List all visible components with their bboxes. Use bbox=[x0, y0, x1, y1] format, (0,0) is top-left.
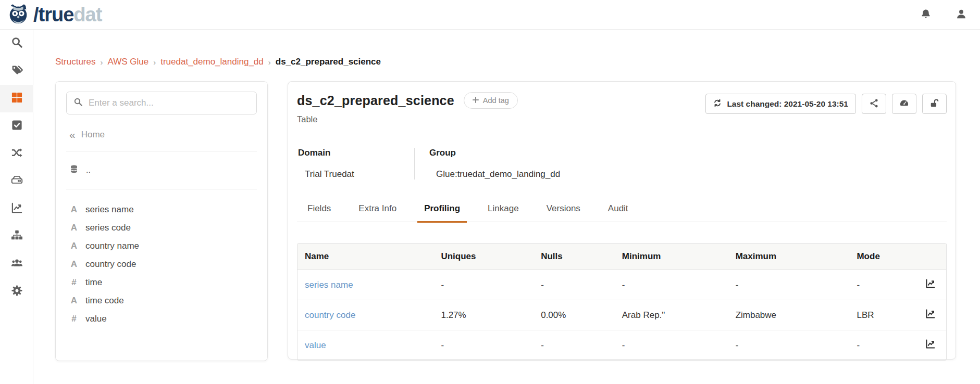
sitemap-icon bbox=[11, 229, 23, 244]
string-type-icon: A bbox=[69, 241, 79, 251]
search-box bbox=[66, 92, 257, 114]
table-header-row: Name Uniques Nulls Minimum Maximum Mode bbox=[297, 244, 946, 270]
cell-minimum: - bbox=[615, 330, 728, 361]
tab-fields[interactable]: Fields bbox=[306, 203, 332, 222]
tags-icon bbox=[11, 64, 23, 78]
breadcrumb-link-aws-glue[interactable]: AWS Glue bbox=[107, 57, 148, 67]
column-header-actions bbox=[917, 244, 946, 270]
profile-chart-icon[interactable] bbox=[925, 281, 936, 291]
notifications-button[interactable] bbox=[919, 7, 933, 22]
breadcrumb-separator: › bbox=[268, 58, 271, 67]
app-logo[interactable]: /truedat bbox=[6, 2, 102, 28]
structure-detail-panel: ds_c2_prepared_science Add tag Table bbox=[288, 81, 956, 360]
sidebar-item-settings[interactable] bbox=[0, 278, 33, 305]
divider bbox=[66, 189, 257, 189]
cell-mode: - bbox=[849, 270, 916, 300]
profile-chart-icon[interactable] bbox=[925, 311, 936, 321]
parent-structure-item[interactable]: .. bbox=[69, 164, 257, 176]
number-type-icon: # bbox=[69, 277, 79, 288]
tab-extra-info[interactable]: Extra Info bbox=[357, 203, 398, 222]
sidebar-item-rules[interactable] bbox=[0, 112, 33, 140]
home-nav-item[interactable]: « Home bbox=[69, 129, 257, 140]
cell-maximum: - bbox=[728, 270, 850, 300]
detail-tabs: Fields Extra Info Profiling Linkage Vers… bbox=[297, 203, 947, 222]
server-icon bbox=[11, 174, 23, 188]
content-area: Structures › AWS Glue › truedat_demo_lan… bbox=[33, 30, 980, 384]
tab-audit[interactable]: Audit bbox=[606, 203, 630, 222]
cell-mode: LBR bbox=[849, 300, 916, 330]
search-input[interactable] bbox=[89, 98, 250, 108]
breadcrumb-link-group[interactable]: truedat_demo_landing_dd bbox=[160, 57, 264, 67]
cell-maximum: Zimbabwe bbox=[728, 300, 850, 330]
home-label: Home bbox=[81, 130, 105, 140]
quality-dashboard-button[interactable] bbox=[892, 94, 916, 114]
sidebar-item-taxonomy[interactable] bbox=[0, 223, 33, 250]
group-value: Glue:truedat_demo_landing_dd bbox=[436, 169, 560, 180]
field-label: time code bbox=[85, 296, 124, 306]
add-tag-button[interactable]: Add tag bbox=[464, 92, 518, 109]
user-icon bbox=[956, 8, 967, 21]
field-label: value bbox=[85, 314, 107, 324]
field-link[interactable]: value bbox=[305, 340, 326, 350]
table-row: country code 1.27% 0.00% Arab Rep." Zimb… bbox=[297, 300, 946, 330]
tab-linkage[interactable]: Linkage bbox=[486, 203, 520, 222]
field-item-series-code[interactable]: A series code bbox=[66, 219, 257, 237]
column-header-mode: Mode bbox=[849, 244, 916, 270]
last-changed-button[interactable]: Last changed: 2021-05-20 13:51 bbox=[705, 94, 856, 114]
field-link[interactable]: series name bbox=[305, 280, 353, 290]
column-header-maximum: Maximum bbox=[728, 244, 850, 270]
field-item-time-code[interactable]: A time code bbox=[66, 291, 257, 310]
cell-uniques: - bbox=[433, 330, 534, 361]
bell-icon bbox=[920, 8, 932, 21]
structure-type-label: Table bbox=[297, 114, 518, 124]
field-item-country-name[interactable]: A country name bbox=[66, 237, 257, 255]
sidebar-item-tags[interactable] bbox=[0, 57, 33, 85]
dashboard-icon bbox=[899, 98, 909, 110]
field-label: series name bbox=[85, 204, 134, 215]
cell-nulls: - bbox=[534, 330, 615, 361]
profile-chart-icon[interactable] bbox=[925, 341, 936, 351]
sidebar-item-structures[interactable] bbox=[0, 85, 33, 112]
string-type-icon: A bbox=[69, 259, 79, 270]
chart-line-icon bbox=[11, 202, 23, 216]
cell-uniques: - bbox=[433, 270, 534, 300]
sidebar-item-search[interactable] bbox=[0, 30, 33, 57]
column-header-name: Name bbox=[297, 244, 433, 270]
sidebar-item-users[interactable] bbox=[0, 250, 33, 278]
field-item-time[interactable]: # time bbox=[66, 273, 257, 291]
cell-nulls: - bbox=[534, 270, 615, 300]
user-menu-button[interactable] bbox=[954, 7, 969, 22]
field-label: series code bbox=[85, 223, 131, 233]
string-type-icon: A bbox=[69, 296, 79, 306]
plus-icon bbox=[473, 96, 479, 105]
share-button[interactable] bbox=[862, 94, 886, 114]
field-list: A series name A series code A country na… bbox=[66, 200, 257, 328]
field-item-series-name[interactable]: A series name bbox=[66, 200, 257, 219]
divider bbox=[66, 151, 257, 151]
field-link[interactable]: country code bbox=[305, 310, 355, 320]
parent-structure-label: .. bbox=[86, 165, 91, 175]
string-type-icon: A bbox=[69, 204, 79, 215]
permissions-button[interactable] bbox=[922, 94, 947, 114]
sidebar-item-systems[interactable] bbox=[0, 168, 33, 195]
domain-group-section: Domain Trial Truedat Group Glue:truedat_… bbox=[298, 148, 947, 180]
breadcrumb-separator: › bbox=[153, 58, 156, 67]
field-item-country-code[interactable]: A country code bbox=[66, 255, 257, 273]
unlock-icon bbox=[929, 98, 939, 110]
field-label: country code bbox=[85, 259, 136, 270]
refresh-icon bbox=[713, 99, 722, 109]
tab-versions[interactable]: Versions bbox=[545, 203, 582, 222]
grid-icon bbox=[11, 92, 23, 106]
share-icon bbox=[869, 98, 879, 110]
search-icon bbox=[11, 36, 23, 50]
sidebar-item-dashboards[interactable] bbox=[0, 195, 33, 223]
sidebar-item-lineage[interactable] bbox=[0, 140, 33, 168]
logo-wordmark: /truedat bbox=[33, 5, 102, 24]
breadcrumb-link-structures[interactable]: Structures bbox=[55, 57, 95, 67]
breadcrumb-current: ds_c2_prepared_science bbox=[276, 57, 381, 67]
number-type-icon: # bbox=[69, 314, 79, 324]
field-item-value[interactable]: # value bbox=[66, 310, 257, 328]
table-row: value - - - - - bbox=[297, 330, 946, 361]
tab-profiling[interactable]: Profiling bbox=[423, 203, 462, 222]
last-changed-label: Last changed: 2021-05-20 13:51 bbox=[727, 99, 848, 109]
